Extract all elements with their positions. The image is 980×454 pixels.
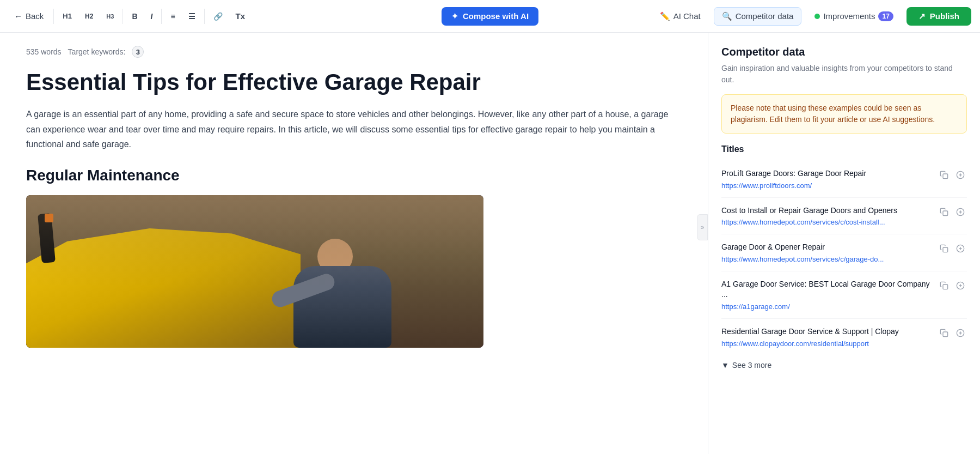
see-more-label: See 3 more bbox=[732, 361, 771, 370]
add-button[interactable] bbox=[954, 279, 967, 292]
image-scene bbox=[26, 195, 483, 348]
add-button[interactable] bbox=[954, 326, 967, 340]
chevron-right-icon: » bbox=[701, 223, 705, 231]
improvements-dot-icon bbox=[814, 14, 820, 19]
competitor-name: A1 Garage Door Service: BEST Local Garag… bbox=[721, 279, 933, 300]
see-more-button[interactable]: ▼ See 3 more bbox=[721, 355, 771, 375]
search-icon: 🔍 bbox=[722, 11, 732, 21]
competitor-list: ProLift Garage Doors: Garage Door Repair… bbox=[721, 161, 967, 355]
toolbar-center: ✦ Compose with AI bbox=[442, 7, 538, 26]
collapse-handle[interactable]: » bbox=[697, 214, 708, 240]
italic-button[interactable]: I bbox=[146, 9, 157, 23]
h2-button[interactable]: H2 bbox=[81, 10, 97, 23]
h1-button[interactable]: H1 bbox=[58, 9, 76, 23]
competitor-name: ProLift Garage Doors: Garage Door Repair bbox=[721, 168, 933, 179]
pencil-icon: ✏️ bbox=[660, 11, 670, 21]
compose-ai-button[interactable]: ✦ Compose with AI bbox=[442, 7, 538, 26]
publish-label: Publish bbox=[930, 11, 959, 21]
toolbar-right: ✏️ AI Chat 🔍 Competitor data Improvement… bbox=[543, 7, 971, 26]
titles-section-label: Titles bbox=[721, 144, 967, 154]
article-title[interactable]: Essential Tips for Effective Garage Repa… bbox=[26, 69, 682, 96]
competitor-url[interactable]: https://www.homedepot.com/services/c/gar… bbox=[721, 255, 896, 263]
competitor-item: ProLift Garage Doors: Garage Door Repair… bbox=[721, 161, 967, 198]
publish-icon: ↗ bbox=[918, 11, 926, 21]
keyword-count-badge: 3 bbox=[132, 46, 144, 58]
arrow-left-icon: ← bbox=[14, 11, 22, 21]
svg-rect-4 bbox=[943, 211, 948, 216]
chevron-down-icon: ▼ bbox=[721, 361, 729, 370]
competitor-url[interactable]: https://www.homedepot.com/services/c/cos… bbox=[721, 218, 896, 226]
plagiarism-notice: Please note that using these examples co… bbox=[721, 94, 967, 134]
add-button[interactable] bbox=[954, 168, 967, 181]
competitor-item: Cost to Install or Repair Garage Doors a… bbox=[721, 198, 967, 235]
competitor-name: Garage Door & Opener Repair bbox=[721, 242, 933, 253]
copy-button[interactable] bbox=[938, 279, 951, 292]
competitor-actions bbox=[938, 242, 967, 255]
editor-area[interactable]: 535 words Target keywords: 3 Essential T… bbox=[0, 33, 708, 454]
headlight bbox=[45, 214, 53, 222]
toolbar-divider-2 bbox=[122, 9, 123, 24]
toolbar-divider-3 bbox=[161, 9, 162, 24]
back-button[interactable]: ← Back bbox=[9, 8, 49, 24]
wand-icon: ✦ bbox=[451, 11, 458, 21]
copy-button[interactable] bbox=[938, 242, 951, 255]
bold-button[interactable]: B bbox=[127, 9, 142, 23]
toolbar-divider-1 bbox=[53, 9, 54, 24]
competitor-actions bbox=[938, 326, 967, 340]
improvements-count: 17 bbox=[878, 11, 893, 21]
motorcycle-body bbox=[26, 218, 301, 348]
competitor-actions bbox=[938, 205, 967, 219]
compose-label: Compose with AI bbox=[463, 11, 529, 21]
competitor-actions bbox=[938, 279, 967, 292]
copy-button[interactable] bbox=[938, 326, 951, 340]
competitor-url[interactable]: https://www.clopaydoor.com/residential/s… bbox=[721, 340, 896, 348]
competitor-info: Garage Door & Opener Repair https://www.… bbox=[721, 242, 933, 263]
add-button[interactable] bbox=[954, 205, 967, 219]
toolbar-left: ← Back H1 H2 H3 B I ≡ ☰ 🔗 Tx bbox=[9, 8, 437, 24]
competitor-label: Competitor data bbox=[736, 11, 794, 21]
ai-chat-button[interactable]: ✏️ AI Chat bbox=[652, 8, 708, 25]
toolbar-divider-4 bbox=[204, 9, 205, 24]
ai-chat-label: AI Chat bbox=[673, 11, 701, 21]
improvements-label: Improvements bbox=[823, 11, 875, 21]
competitor-actions bbox=[938, 168, 967, 181]
svg-rect-8 bbox=[943, 247, 948, 252]
sidebar-subtitle: Gain inspiration and valuable insights f… bbox=[721, 63, 967, 86]
article-body[interactable]: A garage is an essential part of any hom… bbox=[26, 107, 682, 152]
svg-rect-16 bbox=[943, 332, 948, 337]
editor-meta: 535 words Target keywords: 3 bbox=[26, 46, 682, 58]
toolbar: ← Back H1 H2 H3 B I ≡ ☰ 🔗 Tx ✦ Compose w… bbox=[0, 0, 980, 33]
link-button[interactable]: 🔗 bbox=[209, 9, 227, 23]
competitor-url[interactable]: https://www.proliftdoors.com/ bbox=[721, 181, 896, 190]
person-figure bbox=[281, 239, 401, 348]
competitor-name: Residential Garage Door Service & Suppor… bbox=[721, 326, 933, 337]
competitor-info: ProLift Garage Doors: Garage Door Repair… bbox=[721, 168, 933, 190]
copy-button[interactable] bbox=[938, 168, 951, 181]
svg-rect-12 bbox=[943, 284, 948, 289]
section-heading[interactable]: Regular Maintenance bbox=[26, 167, 682, 184]
target-keywords-label: Target keywords: bbox=[68, 47, 126, 56]
sidebar: Competitor data Gain inspiration and val… bbox=[708, 33, 980, 454]
clear-format-button[interactable]: Tx bbox=[231, 9, 250, 23]
competitor-url[interactable]: https://a1garage.com/ bbox=[721, 302, 896, 311]
unordered-list-button[interactable]: ☰ bbox=[184, 9, 200, 23]
h3-button[interactable]: H3 bbox=[102, 10, 118, 22]
article-image bbox=[26, 195, 483, 348]
competitor-item: A1 Garage Door Service: BEST Local Garag… bbox=[721, 271, 967, 319]
competitor-item: Garage Door & Opener Repair https://www.… bbox=[721, 234, 967, 271]
publish-button[interactable]: ↗ Publish bbox=[906, 7, 971, 26]
add-button[interactable] bbox=[954, 242, 967, 255]
main-layout: 535 words Target keywords: 3 Essential T… bbox=[0, 33, 980, 454]
copy-button[interactable] bbox=[938, 205, 951, 219]
sidebar-title: Competitor data bbox=[721, 46, 967, 58]
improvements-button[interactable]: Improvements 17 bbox=[807, 8, 901, 25]
competitor-item: Residential Garage Door Service & Suppor… bbox=[721, 319, 967, 355]
competitor-info: Residential Garage Door Service & Suppor… bbox=[721, 326, 933, 348]
word-count: 535 words bbox=[26, 47, 62, 56]
back-label: Back bbox=[26, 11, 44, 21]
ordered-list-button[interactable]: ≡ bbox=[166, 9, 179, 23]
competitor-data-button[interactable]: 🔍 Competitor data bbox=[714, 7, 802, 26]
person-body bbox=[293, 266, 391, 348]
svg-rect-0 bbox=[943, 174, 948, 179]
competitor-name: Cost to Install or Repair Garage Doors a… bbox=[721, 205, 933, 216]
